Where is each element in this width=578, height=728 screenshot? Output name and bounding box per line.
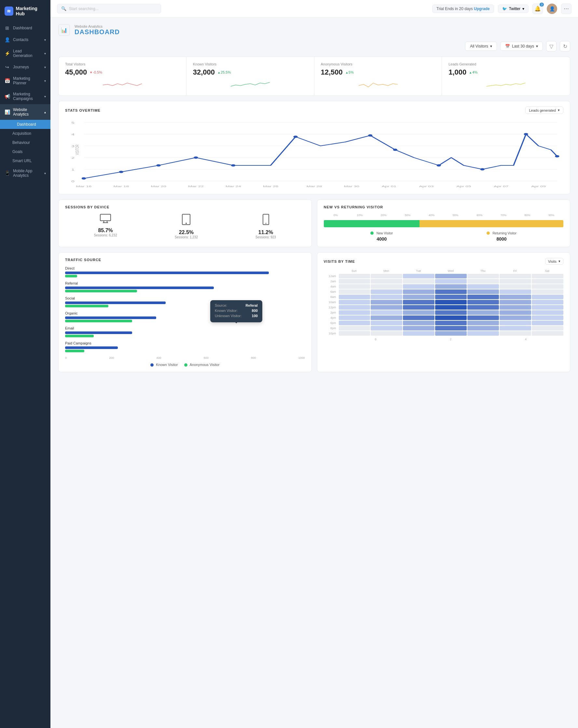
returning-visitor-legend: Returning Visitor 8000 <box>487 230 517 241</box>
traffic-bar-paid-known <box>65 346 118 349</box>
heatmap-cell <box>467 315 499 320</box>
heatmap-cell <box>339 331 370 336</box>
heatmap-cell <box>467 310 499 315</box>
search-box[interactable]: 🔍 Start searching... <box>57 4 161 14</box>
sidebar-sub-item-dashboard[interactable]: Dashboard <box>0 120 50 129</box>
app-logo[interactable]: ≋ Marketing Hub <box>0 0 50 22</box>
visitors-filter-button[interactable]: All Visitors ▾ <box>465 42 497 51</box>
trial-text: Trial Ends in 20 days <box>437 6 473 11</box>
heatmap-time-row: 12am <box>324 274 564 278</box>
heatmap-cell <box>435 279 467 284</box>
heatmap-cell <box>532 274 563 278</box>
sidebar-sub-item-smart-url[interactable]: Smart URL <box>12 156 50 165</box>
bottom-grid-row2: TRAFFIC SOURCE Direct Referral <box>58 252 570 372</box>
sidebar-item-journeys[interactable]: ↪ Journeys ▾ <box>0 61 50 73</box>
sidebar: ≋ Marketing Hub ⊞ Dashboard 👤 Contacts ▾… <box>0 0 50 728</box>
sidebar-item-mobile-app-analytics[interactable]: 📱 Mobile App Analytics ▾ <box>0 165 50 181</box>
svg-text:VISITOR: VISITOR <box>74 145 80 155</box>
svg-point-21 <box>437 164 441 167</box>
twitter-button[interactable]: 🐦 Twitter ▾ <box>498 4 528 13</box>
filter-icon-button[interactable]: ▽ <box>546 41 556 51</box>
heatmap-cell <box>403 321 435 325</box>
heatmap-cell <box>500 326 531 331</box>
sidebar-item-marketing-campaigns[interactable]: 📢 Marketing Campaigns ▾ <box>0 88 50 104</box>
sidebar-sub-item-behaviour[interactable]: Behaviour <box>12 138 50 147</box>
sidebar-label-mobile-app: Mobile App Analytics <box>13 168 41 178</box>
traffic-bar-direct-known <box>65 271 269 274</box>
device-item-desktop: 85.7% Sessions: 6,232 <box>94 214 117 237</box>
sidebar-item-contacts[interactable]: 👤 Contacts ▾ <box>0 34 50 46</box>
heatmap-cell <box>339 295 370 299</box>
main-content: 🔍 Start searching... Trial Ends in 20 da… <box>50 0 578 728</box>
heatmap-cell <box>371 289 402 294</box>
nvr-bar-new <box>324 220 420 227</box>
heatmap-wrapper: Sun Mon Tue Wed Thu Fri Sat 12am2am4am6a… <box>324 269 564 341</box>
total-visitors-change: ▾ -0.5% <box>90 70 102 75</box>
svg-point-14 <box>119 171 123 173</box>
heatmap-cell <box>403 300 435 305</box>
known-visitors-value: 32,000 <box>193 68 215 77</box>
sidebar-item-website-analytics[interactable]: 📊 Website Analytics ▴ <box>0 104 50 120</box>
user-avatar[interactable]: 👤 <box>547 4 557 14</box>
overtime-chart-title: STATS OVERTIME <box>65 108 101 112</box>
traffic-tooltip: Source: Referal Known Visitor: 800 Unkno… <box>210 300 262 322</box>
mobile-app-icon: 📱 <box>4 171 10 176</box>
overtime-chart-dropdown[interactable]: Leads generated ▾ <box>525 106 563 114</box>
svg-text:Mar 16: Mar 16 <box>76 185 92 188</box>
heatmap-cell <box>532 284 563 289</box>
col-wed: Wed <box>435 269 467 272</box>
calendar-icon: 📅 <box>505 44 510 49</box>
overtime-dropdown-label: Leads generated <box>529 108 556 112</box>
sidebar-item-marketing-planner[interactable]: 📅 Marketing Planner ▾ <box>0 73 50 88</box>
known-visitor-legend: Known Visitor <box>150 363 178 367</box>
svg-text:Apr 07: Apr 07 <box>494 185 508 188</box>
visits-by-time-title: VISITS BY TIME <box>324 259 355 263</box>
heatmap-cell <box>339 305 370 310</box>
tooltip-source-row: Source: Referal <box>215 304 258 307</box>
svg-text:Mar 22: Mar 22 <box>188 185 204 188</box>
heatmap-cell <box>403 331 435 336</box>
heatmap-cell <box>371 331 402 336</box>
heatmap-cell <box>500 279 531 284</box>
heatmap-time-row: 8am <box>324 295 564 299</box>
heatmap-cell <box>371 279 402 284</box>
sidebar-label-website-analytics: Website Analytics <box>13 107 41 116</box>
sidebar-sub-item-acquisition[interactable]: Acquisition <box>12 129 50 138</box>
heatmap-cell <box>467 321 499 325</box>
heatmap-cell <box>371 310 402 315</box>
lead-gen-chevron: ▾ <box>44 52 46 55</box>
col-tue: Tue <box>402 269 435 272</box>
notification-button[interactable]: 🔔 3 <box>532 4 543 14</box>
traffic-source-bars: Direct Referral <box>65 266 305 352</box>
traffic-bar-organic-known <box>65 316 156 319</box>
svg-point-22 <box>480 168 484 171</box>
leads-generated-change: ▴ 4% <box>470 70 477 75</box>
upgrade-link[interactable]: Upgrade <box>474 6 490 11</box>
journeys-chevron: ▾ <box>44 66 46 69</box>
svg-point-24 <box>555 155 559 158</box>
anonymous-visitors-change: ▴ 5% <box>346 70 354 75</box>
heatmap-cell <box>532 300 563 305</box>
sidebar-sub-item-goals[interactable]: Goals <box>12 147 50 156</box>
date-filter-button[interactable]: 📅 Last 30 days ▾ <box>500 42 543 51</box>
breadcrumb: Website Analytics <box>75 24 120 28</box>
sidebar-item-dashboard[interactable]: ⊞ Dashboard <box>0 22 50 34</box>
heatmap-cell <box>467 289 499 294</box>
heatmap-time-label: 4pm <box>324 315 338 320</box>
heatmap-cell <box>339 289 370 294</box>
heatmap-time-label: 10pm <box>324 331 338 336</box>
heatmap-cell <box>435 305 467 310</box>
heatmap-time-row: 6am <box>324 289 564 294</box>
visitors-filter-label: All Visitors <box>470 44 488 49</box>
nvr-legend: New Visitor 4000 Returning Visitor 8000 <box>324 230 564 241</box>
svg-point-20 <box>393 149 397 151</box>
apps-button[interactable]: ⋯ <box>561 4 572 14</box>
sidebar-label-lead-gen: Lead Generation <box>13 49 41 58</box>
visits-dropdown[interactable]: Visits ▾ <box>545 258 563 265</box>
nvr-bar-return <box>420 220 563 227</box>
sidebar-item-lead-generation[interactable]: ⚡ Lead Generation ▾ <box>0 46 50 61</box>
sidebar-label-dashboard: Dashboard <box>13 26 32 30</box>
svg-point-19 <box>368 134 372 137</box>
refresh-button[interactable]: ↻ <box>560 41 570 51</box>
heatmap-time-label: 8pm <box>324 326 338 331</box>
